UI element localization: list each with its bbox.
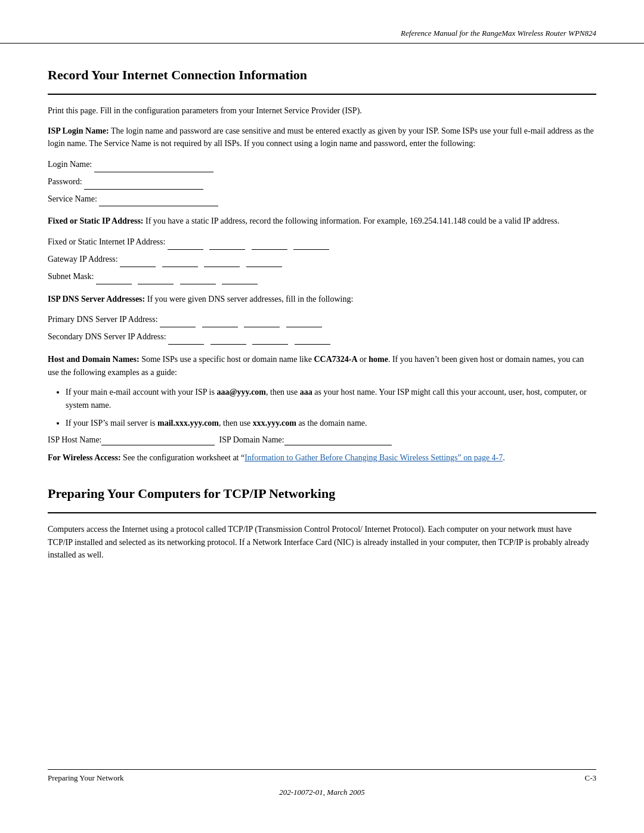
- service-name-field: Service Name:: [48, 192, 596, 207]
- dns-label: ISP DNS Server Addresses:: [48, 295, 145, 304]
- primary-dns-field: Primary DNS Server IP Address:: [48, 312, 596, 327]
- password-label: Password:: [48, 177, 82, 186]
- wireless-body-post: .: [503, 453, 505, 462]
- section2-divider: [48, 512, 596, 513]
- main-content: Record Your Internet Connection Informat…: [0, 44, 644, 562]
- host-domain-paragraph: Host and Domain Names: Some ISPs use a s…: [48, 353, 596, 379]
- host-domain-label: Host and Domain Names:: [48, 355, 140, 364]
- host-domain-body2: or: [358, 355, 369, 364]
- bullet1-pre: If your main e-mail account with your IS…: [66, 388, 216, 397]
- bullet2-bold1: mail.xxx.yyy.com: [157, 419, 219, 428]
- secondary-dns-label: Secondary DNS Server IP Address:: [48, 332, 166, 341]
- section2-title: Preparing Your Computers for TCP/IP Netw…: [48, 486, 596, 501]
- password-field: Password:: [48, 175, 596, 190]
- bullet1-bold1: aaa@yyy.com: [216, 388, 266, 397]
- isp-domain-label: ISP Domain Name:: [219, 435, 284, 445]
- isp-host-domain-line: ISP Host Name: ISP Domain Name:: [48, 435, 596, 445]
- fixed-static-label: Fixed or Static Internet IP Address:: [48, 237, 165, 246]
- fixed-ip-label: Fixed or Static IP Address:: [48, 216, 144, 225]
- gateway-field: Gateway IP Address:: [48, 252, 596, 267]
- bullet2-post: as the domain name.: [296, 419, 367, 428]
- bullet1-mid: , then use: [266, 388, 300, 397]
- wireless-paragraph: For Wireless Access: See the configurati…: [48, 451, 596, 465]
- section2-body: Computers access the Internet using a pr…: [48, 523, 596, 562]
- host-domain-bold2: home: [369, 355, 388, 364]
- bullet-item-2: If your ISP’s mail server is mail.xxx.yy…: [66, 417, 596, 430]
- isp-host-label: ISP Host Name:: [48, 435, 101, 445]
- gateway-label: Gateway IP Address:: [48, 255, 118, 264]
- isp-login-paragraph: ISP Login Name: The login name and passw…: [48, 125, 596, 150]
- host-domain-body1: Some ISPs use a specific host or domain …: [141, 355, 314, 364]
- bullet2-mid: , then use: [219, 419, 253, 428]
- footer-content: Preparing Your Network C-3: [48, 773, 596, 783]
- header-text: Reference Manual for the RangeMax Wirele…: [401, 29, 596, 38]
- wireless-label: For Wireless Access:: [48, 453, 121, 462]
- login-name-label: Login Name:: [48, 160, 92, 169]
- login-name-field: Login Name:: [48, 157, 596, 172]
- isp-login-body: The login name and password are case sen…: [48, 126, 594, 148]
- fixed-ip-paragraph: Fixed or Static IP Address: If you have …: [48, 215, 596, 228]
- primary-dns-label: Primary DNS Server IP Address:: [48, 315, 158, 324]
- footer-left: Preparing Your Network: [48, 773, 123, 783]
- page: Reference Manual for the RangeMax Wirele…: [0, 0, 644, 833]
- bullet-item-1: If your main e-mail account with your IS…: [66, 386, 596, 411]
- section1-title: Record Your Internet Connection Informat…: [48, 67, 596, 83]
- section1-divider: [48, 94, 596, 95]
- bullet1-bold2: aaa: [300, 388, 312, 397]
- section2: Preparing Your Computers for TCP/IP Netw…: [48, 486, 596, 562]
- service-name-label: Service Name:: [48, 194, 97, 203]
- dns-paragraph: ISP DNS Server Addresses: If you were gi…: [48, 293, 596, 306]
- wireless-body-pre: See the configuration worksheet at “: [123, 453, 244, 462]
- login-name-input: [94, 157, 213, 172]
- secondary-dns-field: Secondary DNS Server IP Address:: [48, 330, 596, 345]
- fixed-ip-body: If you have a static IP address, record …: [145, 216, 559, 225]
- password-input: [84, 175, 203, 190]
- isp-host-input: [101, 435, 215, 445]
- bullet-list: If your main e-mail account with your IS…: [66, 386, 596, 429]
- service-name-input: [99, 192, 218, 207]
- bullet2-bold2: xxx.yyy.com: [253, 419, 296, 428]
- isp-domain-input: [284, 435, 392, 445]
- bullet2-pre: If your ISP’s mail server is: [66, 419, 157, 428]
- dns-body: If you were given DNS server addresses, …: [147, 295, 354, 304]
- subnet-field: Subnet Mask:: [48, 270, 596, 284]
- host-domain-bold1: CCA7324-A: [314, 355, 357, 364]
- wireless-link[interactable]: Information to Gather Before Changing Ba…: [244, 453, 503, 462]
- footer-right: C-3: [585, 773, 597, 783]
- page-header: Reference Manual for the RangeMax Wirele…: [0, 0, 644, 44]
- page-footer: Preparing Your Network C-3 202-10072-01,…: [0, 769, 644, 797]
- isp-login-label: ISP Login Name:: [48, 126, 109, 135]
- subnet-label: Subnet Mask:: [48, 272, 94, 281]
- footer-divider: [48, 769, 596, 770]
- footer-center: 202-10072-01, March 2005: [48, 788, 596, 797]
- fixed-static-field: Fixed or Static Internet IP Address:: [48, 235, 596, 250]
- footer-center-text: 202-10072-01, March 2005: [279, 788, 365, 797]
- intro-paragraph: Print this page. Fill in the configurati…: [48, 104, 596, 117]
